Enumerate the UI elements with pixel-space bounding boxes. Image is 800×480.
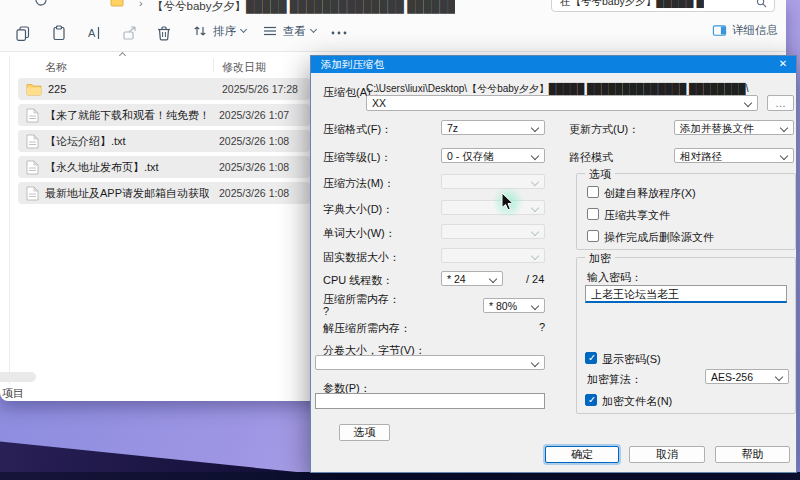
- sort-ascending-icon: [120, 53, 125, 58]
- details-pane-button[interactable]: 详细信息: [712, 23, 778, 38]
- breadcrumb-chevron-icon: ›: [139, 0, 143, 9]
- options-button[interactable]: 选项: [339, 424, 390, 441]
- cpu-threads-combobox[interactable]: * 24: [441, 271, 503, 286]
- help-button[interactable]: 帮助: [715, 446, 790, 463]
- encryption-group-title: 加密: [585, 251, 615, 266]
- close-icon[interactable]: ✕: [770, 56, 796, 73]
- file-row-txt-1[interactable]: 【来了就能下载和观看！纯免费！】.txt 2025/3/26 1:07: [18, 104, 310, 126]
- folder-icon: [26, 82, 42, 96]
- taskbar-edge: [0, 472, 800, 480]
- delete-after-checkbox[interactable]: [587, 230, 599, 242]
- password-input[interactable]: 上老王论坛当老王: [585, 285, 787, 303]
- text-file-icon: [26, 186, 39, 201]
- level-label: 压缩等级(L)：: [323, 150, 391, 165]
- file-date: 2025/3/26 1:08: [219, 161, 289, 173]
- view-button[interactable]: 查看: [262, 23, 316, 39]
- parameters-input[interactable]: [315, 393, 545, 409]
- archive-name-combobox[interactable]: XX: [366, 95, 758, 111]
- solid-block-label: 固实数据大小：: [323, 250, 400, 265]
- view-chevron-icon: [310, 26, 317, 33]
- search-icon: [756, 0, 767, 8]
- column-header-name[interactable]: 名称: [45, 60, 67, 75]
- dictionary-label: 字典大小(D)：: [323, 202, 393, 217]
- shared-files-checkbox[interactable]: [587, 208, 599, 220]
- method-combobox[interactable]: [441, 174, 545, 189]
- memory-usage-unknown: ?: [323, 305, 329, 317]
- encrypt-filenames-checkbox[interactable]: [585, 394, 597, 406]
- cpu-threads-label: CPU 线程数：: [323, 273, 393, 288]
- copy-icon[interactable]: [14, 24, 32, 42]
- rename-icon[interactable]: A: [85, 24, 103, 42]
- text-file-icon: [26, 108, 39, 123]
- file-row-txt-3[interactable]: 【永久地址发布页】.txt 2025/3/26 1:08: [18, 156, 310, 178]
- file-date: 2025/3/26 1:08: [219, 135, 289, 147]
- delete-icon[interactable]: [155, 24, 173, 42]
- browse-button[interactable]: …: [767, 95, 794, 111]
- pane-divider: [9, 56, 10, 384]
- encryption-group: 加密 输入密码： 上老王论坛当老王 显示密码(S) 加密算法： AES-256 …: [576, 257, 796, 414]
- format-combobox[interactable]: 7z: [441, 120, 545, 135]
- file-row-folder-225[interactable]: 225 2025/5/26 17:28: [18, 78, 310, 100]
- file-name: 【来了就能下载和观看！纯免费！】.txt: [45, 108, 209, 123]
- update-mode-combobox[interactable]: 添加并替换文件: [674, 120, 794, 135]
- path-mode-combobox[interactable]: 相对路径: [674, 148, 794, 163]
- sort-chevron-icon: [240, 26, 247, 33]
- column-divider: [213, 58, 214, 72]
- file-date: 2025/5/26 17:28: [222, 83, 298, 95]
- breadcrumb[interactable]: 【兮兮baby夕夕】█████ ██████████████ ████████: [152, 0, 455, 14]
- delete-after-label: 操作完成后删除源文件: [604, 230, 714, 245]
- memory-usage-combobox[interactable]: * 80%: [483, 298, 545, 313]
- format-label: 压缩格式(F)：: [323, 122, 392, 137]
- word-size-label: 单词大小(W)：: [323, 226, 396, 241]
- encryption-method-combobox[interactable]: AES-256: [705, 369, 789, 384]
- sort-arrows-icon: [192, 23, 208, 39]
- solid-block-combobox[interactable]: [441, 248, 545, 263]
- column-header-date[interactable]: 修改日期: [222, 60, 266, 75]
- view-label: 查看: [283, 24, 306, 39]
- share-icon[interactable]: [121, 24, 139, 42]
- search-value: 在【兮兮baby夕夕】█████ █: [560, 0, 704, 9]
- create-sfx-checkbox[interactable]: [587, 186, 599, 198]
- status-bar-items-count: 项目: [2, 386, 24, 401]
- dialog-title: 添加到压缩包: [311, 56, 796, 73]
- memory-decompress-label: 解压缩所需内存：: [323, 321, 411, 336]
- archive-path: C:\Users\liuxi\Desktop\【兮兮baby夕夕】█████ █…: [366, 82, 766, 96]
- view-lines-icon: [262, 23, 278, 39]
- add-to-archive-dialog: 添加到压缩包 ✕ 压缩包(A)： C:\Users\liuxi\Desktop\…: [310, 55, 797, 473]
- shared-files-label: 压缩共享文件: [604, 208, 670, 223]
- update-mode-label: 更新方式(U)：: [569, 122, 639, 137]
- file-name: 最新地址及APP请发邮箱自动获取！！！ ...: [45, 186, 209, 201]
- more-options-icon[interactable]: [330, 27, 348, 39]
- show-password-label: 显示密码(S): [602, 352, 661, 367]
- cancel-button[interactable]: 取消: [629, 446, 705, 463]
- screen: › 【兮兮baby夕夕】█████ ██████████████ ███████…: [0, 0, 800, 480]
- create-sfx-label: 创建自释放程序(X): [604, 186, 696, 201]
- svg-text:A: A: [88, 27, 96, 39]
- memory-usage-label: 压缩所需内存：: [323, 292, 400, 307]
- text-file-icon: [26, 160, 39, 175]
- file-row-txt-2[interactable]: 【论坛介绍】.txt 2025/3/26 1:08: [18, 130, 310, 152]
- details-label: 详细信息: [732, 23, 778, 38]
- file-row-txt-4[interactable]: 最新地址及APP请发邮箱自动获取！！！ ... 2025/3/26 1:08: [18, 182, 310, 204]
- paste-icon[interactable]: [50, 24, 68, 42]
- details-pane-icon: [712, 23, 727, 38]
- sort-button[interactable]: 排序: [192, 23, 246, 39]
- word-size-combobox[interactable]: [441, 224, 545, 239]
- ok-button[interactable]: 确定: [545, 446, 619, 463]
- command-toolbar: A 排序: [0, 14, 786, 52]
- volume-size-combobox[interactable]: [315, 355, 545, 370]
- mouse-cursor: [501, 192, 515, 212]
- file-date: 2025/3/26 1:08: [219, 187, 289, 199]
- method-label: 压缩方法(M)：: [323, 176, 395, 191]
- level-combobox[interactable]: 0 - 仅存储: [441, 148, 545, 163]
- options-group: 选项 创建自释放程序(X) 压缩共享文件 操作完成后删除源文件: [576, 173, 796, 250]
- search-input[interactable]: 在【兮兮baby夕夕】█████ █: [551, 0, 775, 12]
- password-label: 输入密码：: [587, 270, 642, 285]
- sort-label: 排序: [213, 24, 236, 39]
- file-date: 2025/3/26 1:07: [219, 109, 289, 121]
- show-password-checkbox[interactable]: [585, 352, 597, 364]
- refresh-icon[interactable]: [33, 0, 49, 8]
- horizontal-scrollbar-thumb[interactable]: [0, 372, 36, 382]
- file-name: 225: [48, 83, 212, 95]
- path-mode-label: 路径模式: [569, 150, 613, 165]
